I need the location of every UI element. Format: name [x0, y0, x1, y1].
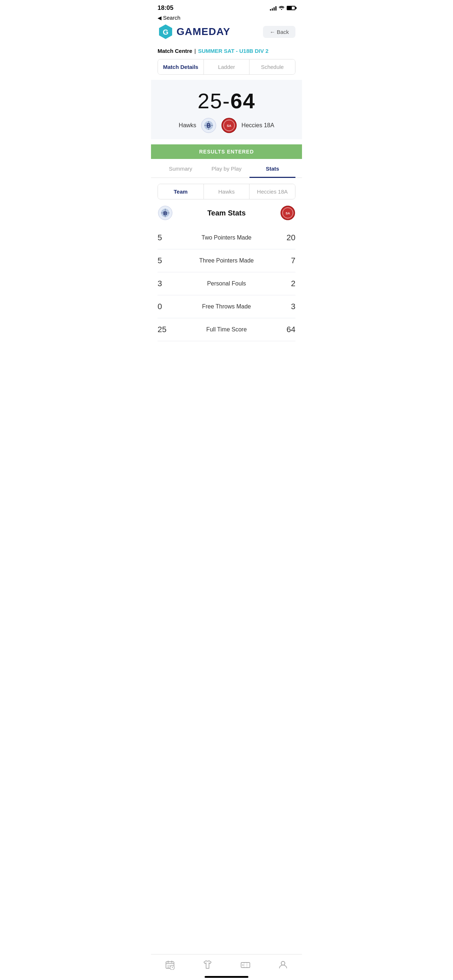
stat-label-full-time: Full Time Score — [176, 326, 277, 333]
sub-tab-summary[interactable]: Summary — [158, 161, 204, 178]
tab-ladder[interactable]: Ladder — [204, 59, 250, 75]
stats-content: B Team Stats SA 5 Two Pointers Made 20 5… — [151, 199, 302, 341]
stat-left-two-pointers: 5 — [158, 233, 176, 242]
svg-text:SA: SA — [227, 124, 231, 127]
team-right-name: Heccies 18A — [241, 122, 274, 129]
team-left-name: Hawks — [179, 122, 196, 129]
teams-row: Hawks B SA Heccies 18A — [158, 118, 295, 134]
stat-row-three-pointers: 5 Three Pointers Made 7 — [158, 250, 295, 272]
battery-icon — [287, 6, 295, 10]
stat-right-two-pointers: 20 — [277, 233, 295, 242]
wifi-icon — [279, 5, 284, 11]
svg-text:SA: SA — [286, 212, 290, 215]
score-right: 64 — [231, 89, 256, 113]
stat-label-personal-fouls: Personal Fouls — [176, 280, 277, 287]
tab-match-details[interactable]: Match Details — [158, 59, 204, 75]
score-left: 25 — [198, 89, 223, 113]
sub-tab-play-by-play[interactable]: Play by Play — [204, 161, 249, 178]
stats-header: B Team Stats SA — [158, 205, 295, 221]
stat-row-full-time: 25 Full Time Score 64 — [158, 318, 295, 341]
stat-left-three-pointers: 5 — [158, 256, 176, 266]
stats-tabs: Team Hawks Heccies 18A — [158, 184, 295, 199]
score-separator: - — [222, 89, 230, 113]
svg-text:G: G — [163, 28, 169, 36]
stats-header-hawks-icon: B — [158, 205, 173, 221]
app-header: G GAMEDAY ← Back — [151, 24, 302, 46]
back-arrow-icon: ◀ — [158, 15, 161, 21]
stat-left-personal-fouls: 3 — [158, 279, 176, 288]
stats-title: Team Stats — [207, 209, 246, 217]
stat-left-full-time: 25 — [158, 325, 176, 334]
app-name: GAMEDAY — [177, 26, 231, 38]
results-banner: RESULTS ENTERED — [151, 145, 302, 159]
status-bar: 18:05 — [151, 0, 302, 13]
stat-row-two-pointers: 5 Two Pointers Made 20 — [158, 226, 295, 250]
stat-label-two-pointers: Two Pointers Made — [176, 234, 277, 241]
stats-tab-heccies[interactable]: Heccies 18A — [249, 184, 295, 199]
stat-left-free-throws: 0 — [158, 302, 176, 311]
hawks-logo-icon: B — [201, 118, 217, 134]
logo-container: G GAMEDAY — [158, 24, 231, 40]
stat-right-full-time: 64 — [277, 325, 295, 334]
stat-right-free-throws: 3 — [277, 302, 295, 311]
stats-tab-hawks[interactable]: Hawks — [204, 184, 250, 199]
svg-text:B: B — [163, 210, 167, 216]
back-button[interactable]: ← Back — [263, 26, 295, 38]
stat-label-three-pointers: Three Pointers Made — [176, 258, 277, 264]
gameday-logo-icon: G — [158, 24, 174, 40]
breadcrumb-separator: | — [195, 48, 196, 54]
score-section: 25-64 Hawks B SA Heccies 18A — [151, 80, 302, 139]
status-time: 18:05 — [158, 5, 173, 12]
sub-tabs: Summary Play by Play Stats — [151, 161, 302, 178]
stats-tab-team[interactable]: Team — [158, 184, 204, 199]
status-icons — [270, 5, 295, 11]
stat-label-free-throws: Free Throws Made — [176, 303, 277, 310]
heccies-logo-icon: SA — [221, 118, 237, 134]
back-text: Search — [163, 14, 180, 21]
breadcrumb-link[interactable]: SUMMER SAT - U18B DIV 2 — [198, 48, 268, 54]
signal-icon — [270, 5, 276, 11]
stat-row-personal-fouls: 3 Personal Fouls 2 — [158, 272, 295, 295]
tab-schedule[interactable]: Schedule — [249, 59, 295, 75]
sub-tab-stats[interactable]: Stats — [249, 161, 295, 178]
svg-text:B: B — [206, 123, 211, 129]
stat-row-free-throws: 0 Free Throws Made 3 — [158, 295, 295, 318]
top-tabs: Match Details Ladder Schedule — [158, 59, 295, 75]
stats-header-heccies-icon: SA — [280, 205, 295, 221]
back-button-label: ← Back — [270, 29, 289, 35]
score-display: 25-64 — [158, 89, 295, 113]
breadcrumb: Match Centre | SUMMER SAT - U18B DIV 2 — [151, 46, 302, 59]
stat-right-three-pointers: 7 — [277, 256, 295, 266]
stat-right-personal-fouls: 2 — [277, 279, 295, 288]
nav-back[interactable]: ◀ Search — [151, 13, 302, 24]
breadcrumb-main: Match Centre — [158, 48, 192, 54]
